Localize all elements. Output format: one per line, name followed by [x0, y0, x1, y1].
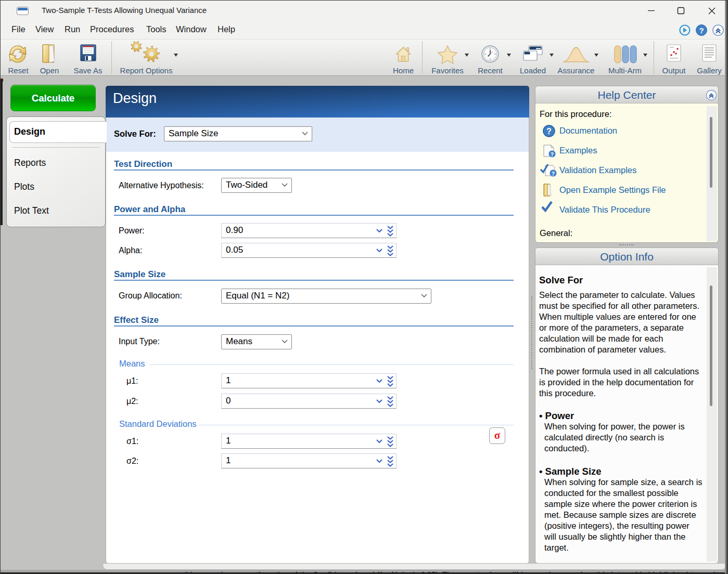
svg-text:?: ? [546, 127, 552, 136]
svg-text:?: ? [699, 26, 704, 35]
svg-text:?: ? [552, 171, 555, 177]
svg-text:?: ? [551, 151, 554, 158]
